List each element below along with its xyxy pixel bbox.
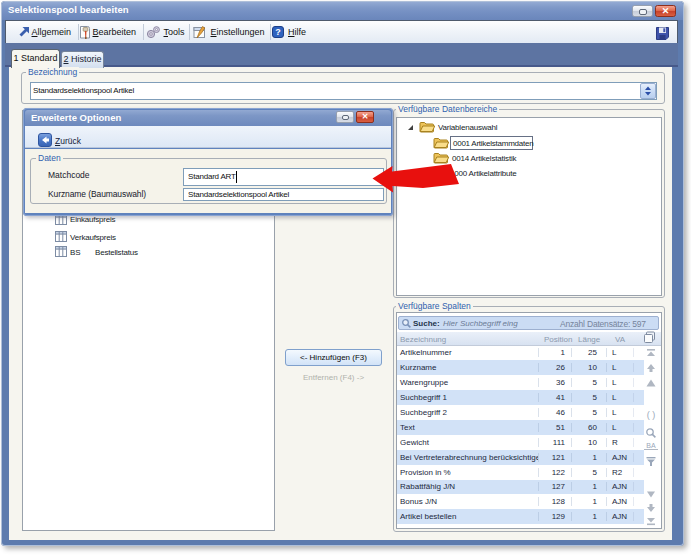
svg-text:?: ? xyxy=(275,27,281,37)
